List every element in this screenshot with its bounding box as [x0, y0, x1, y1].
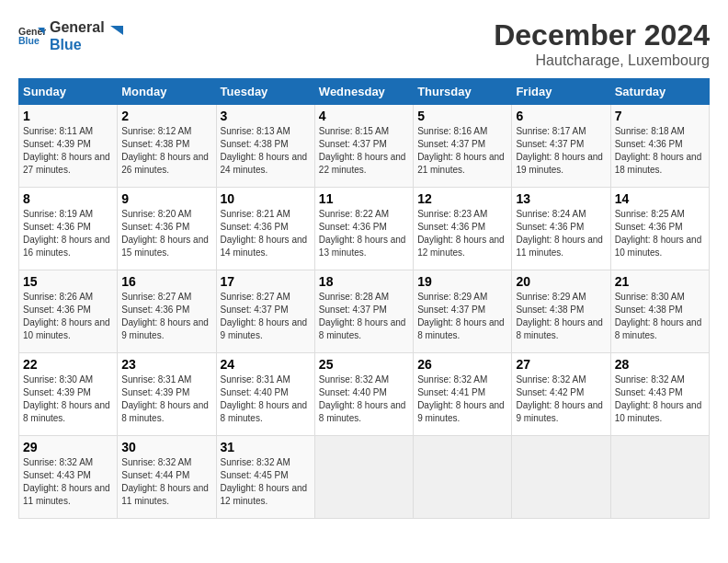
col-header-wednesday: Wednesday	[314, 79, 413, 105]
calendar-week-row: 29 Sunrise: 8:32 AM Sunset: 4:43 PM Dayl…	[19, 436, 710, 519]
day-info: Sunrise: 8:32 AM Sunset: 4:41 PM Dayligh…	[417, 373, 507, 425]
daylight-label: Daylight: 8 hours and 8 minutes.	[23, 400, 110, 423]
daylight-label: Daylight: 8 hours and 12 minutes.	[417, 235, 505, 258]
day-number: 1	[23, 109, 113, 123]
calendar-cell: 1 Sunrise: 8:11 AM Sunset: 4:39 PM Dayli…	[19, 105, 118, 188]
day-info: Sunrise: 8:29 AM Sunset: 4:38 PM Dayligh…	[516, 291, 606, 342]
sunset-label: Sunset: 4:36 PM	[23, 304, 91, 315]
sunset-label: Sunset: 4:38 PM	[121, 139, 189, 149]
day-info: Sunrise: 8:17 AM Sunset: 4:37 PM Dayligh…	[516, 125, 606, 177]
day-number: 7	[615, 109, 705, 123]
day-number: 15	[23, 274, 113, 289]
sunrise-label: Sunrise: 8:24 AM	[516, 209, 586, 219]
day-number: 23	[121, 357, 211, 372]
sunset-label: Sunset: 4:42 PM	[516, 387, 584, 397]
sunset-label: Sunset: 4:36 PM	[615, 222, 683, 232]
sunset-label: Sunset: 4:45 PM	[221, 470, 289, 480]
calendar-table: SundayMondayTuesdayWednesdayThursdayFrid…	[18, 78, 710, 519]
day-info: Sunrise: 8:30 AM Sunset: 4:38 PM Dayligh…	[615, 291, 705, 342]
sunrise-label: Sunrise: 8:32 AM	[615, 374, 685, 385]
day-info: Sunrise: 8:18 AM Sunset: 4:36 PM Dayligh…	[615, 125, 705, 177]
daylight-label: Daylight: 8 hours and 9 minutes.	[221, 317, 308, 340]
sunrise-label: Sunrise: 8:28 AM	[319, 292, 389, 302]
sunrise-label: Sunrise: 8:20 AM	[121, 209, 191, 219]
calendar-cell: 5 Sunrise: 8:16 AM Sunset: 4:37 PM Dayli…	[414, 105, 512, 188]
logo-icon: General Blue	[18, 22, 46, 50]
sunset-label: Sunset: 4:38 PM	[221, 139, 289, 149]
svg-text:Blue: Blue	[18, 35, 40, 46]
day-info: Sunrise: 8:31 AM Sunset: 4:39 PM Dayligh…	[121, 373, 211, 425]
day-info: Sunrise: 8:19 AM Sunset: 4:36 PM Dayligh…	[23, 208, 113, 259]
day-number: 31	[221, 440, 311, 454]
daylight-label: Daylight: 8 hours and 8 minutes.	[516, 317, 603, 340]
calendar-cell: 17 Sunrise: 8:27 AM Sunset: 4:37 PM Dayl…	[216, 270, 314, 353]
day-info: Sunrise: 8:31 AM Sunset: 4:40 PM Dayligh…	[221, 373, 311, 425]
sunset-label: Sunset: 4:37 PM	[417, 304, 485, 315]
calendar-cell: 4 Sunrise: 8:15 AM Sunset: 4:37 PM Dayli…	[314, 105, 413, 188]
calendar-cell: 10 Sunrise: 8:21 AM Sunset: 4:36 PM Dayl…	[216, 188, 314, 270]
col-header-friday: Friday	[512, 79, 610, 105]
day-number: 4	[319, 109, 409, 123]
day-info: Sunrise: 8:32 AM Sunset: 4:40 PM Dayligh…	[319, 373, 409, 425]
daylight-label: Daylight: 8 hours and 8 minutes.	[121, 400, 209, 423]
calendar-cell: 3 Sunrise: 8:13 AM Sunset: 4:38 PM Dayli…	[216, 105, 314, 188]
daylight-label: Daylight: 8 hours and 26 minutes.	[121, 152, 209, 175]
day-number: 19	[417, 274, 507, 289]
logo-arrow-icon	[107, 22, 127, 42]
daylight-label: Daylight: 8 hours and 27 minutes.	[23, 152, 110, 175]
calendar-cell: 2 Sunrise: 8:12 AM Sunset: 4:38 PM Dayli…	[118, 105, 216, 188]
sunrise-label: Sunrise: 8:32 AM	[417, 374, 487, 385]
calendar-week-row: 22 Sunrise: 8:30 AM Sunset: 4:39 PM Dayl…	[19, 353, 710, 436]
daylight-label: Daylight: 8 hours and 18 minutes.	[615, 152, 702, 175]
day-number: 30	[121, 440, 211, 454]
day-info: Sunrise: 8:32 AM Sunset: 4:44 PM Dayligh…	[121, 456, 211, 508]
day-number: 8	[23, 191, 113, 206]
calendar-cell: 13 Sunrise: 8:24 AM Sunset: 4:36 PM Dayl…	[512, 188, 610, 270]
day-info: Sunrise: 8:32 AM Sunset: 4:42 PM Dayligh…	[516, 373, 606, 425]
calendar-week-row: 8 Sunrise: 8:19 AM Sunset: 4:36 PM Dayli…	[19, 188, 710, 270]
sunrise-label: Sunrise: 8:23 AM	[417, 209, 487, 219]
sunrise-label: Sunrise: 8:31 AM	[221, 374, 290, 385]
sunset-label: Sunset: 4:39 PM	[23, 139, 91, 149]
day-number: 26	[417, 357, 507, 372]
calendar-cell	[512, 436, 610, 519]
calendar-cell: 7 Sunrise: 8:18 AM Sunset: 4:36 PM Dayli…	[610, 105, 709, 188]
sunrise-label: Sunrise: 8:17 AM	[516, 126, 586, 136]
day-info: Sunrise: 8:26 AM Sunset: 4:36 PM Dayligh…	[23, 291, 113, 342]
daylight-label: Daylight: 8 hours and 22 minutes.	[319, 152, 406, 175]
sunset-label: Sunset: 4:43 PM	[23, 470, 91, 480]
calendar-week-row: 1 Sunrise: 8:11 AM Sunset: 4:39 PM Dayli…	[19, 105, 710, 188]
day-info: Sunrise: 8:28 AM Sunset: 4:37 PM Dayligh…	[319, 291, 409, 342]
calendar-cell: 27 Sunrise: 8:32 AM Sunset: 4:42 PM Dayl…	[512, 353, 610, 436]
calendar-cell: 28 Sunrise: 8:32 AM Sunset: 4:43 PM Dayl…	[610, 353, 709, 436]
day-info: Sunrise: 8:11 AM Sunset: 4:39 PM Dayligh…	[23, 125, 113, 177]
day-info: Sunrise: 8:22 AM Sunset: 4:36 PM Dayligh…	[319, 208, 409, 259]
sunset-label: Sunset: 4:36 PM	[516, 222, 584, 232]
month-title: December 2024	[494, 18, 710, 52]
day-number: 2	[121, 109, 211, 123]
daylight-label: Daylight: 8 hours and 9 minutes.	[516, 400, 603, 423]
daylight-label: Daylight: 8 hours and 13 minutes.	[319, 235, 406, 258]
sunset-label: Sunset: 4:37 PM	[516, 139, 584, 149]
page-header: General Blue General Blue December 2024 …	[18, 18, 710, 69]
sunset-label: Sunset: 4:40 PM	[221, 387, 289, 397]
calendar-cell: 20 Sunrise: 8:29 AM Sunset: 4:38 PM Dayl…	[512, 270, 610, 353]
daylight-label: Daylight: 8 hours and 19 minutes.	[516, 152, 603, 175]
sunset-label: Sunset: 4:36 PM	[417, 222, 485, 232]
day-number: 21	[615, 274, 705, 289]
day-info: Sunrise: 8:32 AM Sunset: 4:43 PM Dayligh…	[23, 456, 113, 508]
daylight-label: Daylight: 8 hours and 8 minutes.	[319, 400, 406, 423]
day-number: 22	[23, 357, 113, 372]
sunrise-label: Sunrise: 8:30 AM	[23, 374, 93, 385]
sunset-label: Sunset: 4:41 PM	[417, 387, 485, 397]
daylight-label: Daylight: 8 hours and 16 minutes.	[23, 235, 110, 258]
sunrise-label: Sunrise: 8:27 AM	[221, 292, 290, 302]
col-header-tuesday: Tuesday	[216, 79, 314, 105]
daylight-label: Daylight: 8 hours and 12 minutes.	[221, 483, 308, 506]
day-info: Sunrise: 8:16 AM Sunset: 4:37 PM Dayligh…	[417, 125, 507, 177]
svg-marker-3	[110, 26, 123, 35]
sunset-label: Sunset: 4:43 PM	[615, 387, 683, 397]
day-number: 28	[615, 357, 705, 372]
day-info: Sunrise: 8:32 AM Sunset: 4:43 PM Dayligh…	[615, 373, 705, 425]
day-info: Sunrise: 8:20 AM Sunset: 4:36 PM Dayligh…	[121, 208, 211, 259]
